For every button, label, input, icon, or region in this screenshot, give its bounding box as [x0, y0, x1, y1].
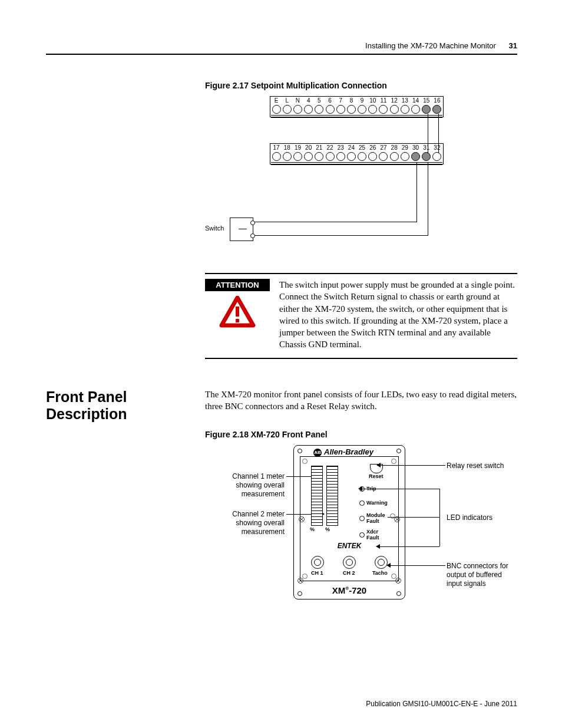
- terminal-label: 10: [368, 97, 378, 104]
- terminal-label: L: [282, 97, 292, 104]
- terminal-circle: [368, 105, 378, 114]
- terminal-circle: [303, 105, 314, 114]
- figure-2-17-diagram: ELN45678910111213141516 1718192021222324…: [205, 96, 517, 249]
- terminal-circle: [325, 152, 335, 161]
- header-rule: [46, 54, 517, 55]
- figure-2-17-caption: Figure 2.17 Setpoint Multiplication Conn…: [205, 81, 517, 90]
- svg-rect-1: [236, 319, 239, 322]
- terminal-label: 31: [421, 144, 432, 151]
- trip-led-icon: [359, 486, 365, 492]
- terminal-label: 22: [325, 144, 335, 151]
- channel-2-meter: [326, 466, 338, 526]
- terminal-label: 24: [346, 144, 356, 151]
- terminal-circle: [357, 152, 368, 161]
- page-number: 31: [509, 41, 517, 50]
- terminal-label: 23: [335, 144, 346, 151]
- warning-led-icon: [359, 500, 365, 506]
- terminal-label: 26: [368, 144, 378, 151]
- model-label: XM®-720: [294, 585, 405, 595]
- terminal-label: 15: [421, 97, 432, 104]
- svg-rect-0: [236, 307, 239, 317]
- label-channel-2-meter: Channel 2 metershowing overallmeasuremen…: [205, 510, 285, 536]
- terminal-circle: [271, 105, 282, 114]
- channel-1-meter: [311, 466, 323, 526]
- terminal-circle: [410, 152, 421, 161]
- terminal-circle: [399, 105, 410, 114]
- terminal-circle: [378, 152, 389, 161]
- switch-label: Switch: [205, 225, 224, 232]
- terminal-label: 21: [314, 144, 325, 151]
- attention-block: ATTENTION The switch input power supply …: [205, 273, 517, 359]
- terminal-label: 16: [432, 97, 442, 104]
- terminal-label: 8: [346, 97, 356, 104]
- terminal-circle: [357, 105, 368, 114]
- label-channel-1-meter: Channel 1 metershowing overallmeasuremen…: [205, 472, 285, 499]
- figure-2-18-diagram: Channel 1 metershowing overallmeasuremen…: [205, 445, 517, 616]
- bnc-ch1-icon: [311, 556, 324, 569]
- terminal-label: N: [292, 97, 303, 104]
- terminal-label: 25: [357, 144, 368, 151]
- ch1-text: CH 1: [311, 570, 323, 576]
- terminal-label: 12: [389, 97, 399, 104]
- terminal-circle: [282, 105, 292, 114]
- terminal-label: 19: [292, 144, 303, 151]
- terminal-circle: [432, 105, 442, 114]
- label-led-indicators: LED indicators: [447, 513, 492, 522]
- xdcr-text-2: Fault: [366, 535, 379, 541]
- device-faceplate: ABAllen-Bradley XM®-720 %: [293, 445, 405, 599]
- terminal-circle: [292, 105, 303, 114]
- terminal-circle: [368, 152, 378, 161]
- terminal-circle: [335, 152, 346, 161]
- terminal-label: 29: [399, 144, 410, 151]
- reset-text: Reset: [369, 473, 384, 479]
- terminal-label: 5: [314, 97, 325, 104]
- module-text-1: Module: [366, 512, 385, 518]
- terminal-label: 28: [389, 144, 399, 151]
- bnc-tacho-icon: [375, 556, 388, 569]
- terminal-circle: [314, 105, 325, 114]
- terminal-circle: [399, 152, 410, 161]
- module-fault-led-icon: [359, 516, 365, 521]
- terminal-circle: [292, 152, 303, 161]
- terminal-circle: [378, 105, 389, 114]
- terminal-circle: [282, 152, 292, 161]
- terminal-label: 4: [303, 97, 314, 104]
- switch-box: [230, 218, 253, 241]
- brand-label: ABAllen-Bradley: [294, 447, 393, 457]
- terminal-label: 11: [378, 97, 389, 104]
- terminal-label: 30: [410, 144, 421, 151]
- running-title: Installing the XM-720 Machine Monitor: [365, 41, 496, 50]
- terminal-circle: [389, 105, 399, 114]
- terminal-circle: [421, 152, 432, 161]
- terminal-label: 6: [325, 97, 335, 104]
- attention-body: The switch input power supply must be gr…: [270, 279, 517, 351]
- terminal-label: 17: [271, 144, 282, 151]
- attention-label: ATTENTION: [205, 279, 270, 291]
- reset-switch-icon: [370, 464, 383, 473]
- figure-2-18-caption: Figure 2.18 XM-720 Front Panel: [205, 430, 517, 439]
- terminal-label: 32: [432, 144, 442, 151]
- label-bnc-connectors: BNC connectors foroutput of bufferedinpu…: [447, 562, 508, 588]
- publication-footer: Publication GMSI10-UM001C-EN-E - June 20…: [366, 700, 517, 708]
- section-heading: Front Panel Description: [46, 388, 205, 423]
- terminal-circle: [325, 105, 335, 114]
- warning-icon: [219, 296, 256, 328]
- section-body: The XM-720 monitor front panel consists …: [205, 388, 517, 413]
- terminal-circle: [271, 152, 282, 161]
- terminal-circle: [303, 152, 314, 161]
- terminal-circle: [421, 105, 432, 114]
- bnc-ch2-icon: [343, 556, 356, 569]
- terminal-circle: [346, 105, 356, 114]
- ch2-text: CH 2: [343, 570, 355, 576]
- terminal-circle: [389, 152, 399, 161]
- trip-text: Trip: [366, 486, 376, 492]
- xdcr-text-1: Xdcr: [366, 529, 378, 535]
- terminal-label: 14: [410, 97, 421, 104]
- terminal-label: 18: [282, 144, 292, 151]
- terminal-label: 7: [335, 97, 346, 104]
- xdcr-fault-led-icon: [359, 532, 365, 538]
- terminal-label: 9: [357, 97, 368, 104]
- terminal-circle: [314, 152, 325, 161]
- terminal-circle: [346, 152, 356, 161]
- entek-label: ENTEK: [300, 542, 398, 550]
